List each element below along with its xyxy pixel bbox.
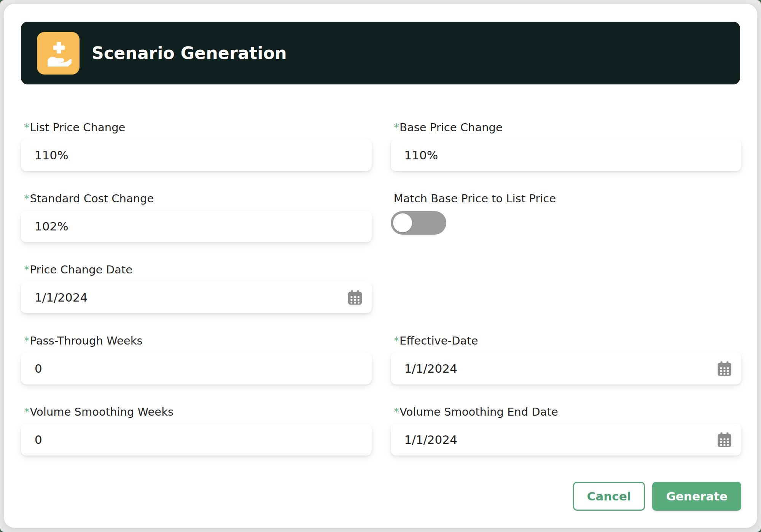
required-asterisk: * — [24, 121, 30, 134]
standard-cost-change-input-box — [21, 210, 372, 242]
field-list-price-change: *List Price Change — [21, 121, 372, 171]
volume-smoothing-end-date-input-box — [391, 424, 742, 456]
match-base-price-toggle[interactable] — [391, 211, 446, 235]
base-price-change-input-box — [391, 139, 742, 171]
dialog-header: Scenario Generation — [21, 22, 740, 84]
volume-smoothing-end-date-input[interactable] — [391, 424, 742, 456]
label-text: Standard Cost Change — [30, 192, 154, 205]
label-text: Base Price Change — [400, 121, 503, 134]
required-asterisk: * — [394, 334, 400, 347]
volume-smoothing-end-date-picker-button[interactable] — [717, 432, 732, 447]
label-text: List Price Change — [30, 121, 126, 134]
dialog-title: Scenario Generation — [92, 43, 287, 63]
price-change-date-input[interactable] — [21, 281, 372, 313]
label-text: Effective-Date — [400, 334, 478, 347]
effective-date-input[interactable] — [391, 353, 742, 384]
calendar-icon — [718, 432, 731, 447]
field-match-base-price-toggle: Match Base Price to List Price — [391, 192, 742, 242]
list-price-change-input-box — [21, 139, 372, 171]
required-asterisk: * — [394, 121, 400, 134]
match-base-price-label: Match Base Price to List Price — [394, 192, 742, 205]
scenario-form: *List Price Change *Base Price Change *S… — [21, 121, 741, 456]
effective-date-picker-button[interactable] — [717, 361, 732, 376]
generate-button[interactable]: Generate — [652, 482, 741, 511]
field-pass-through-weeks: *Pass-Through Weeks — [21, 334, 372, 384]
field-effective-date: *Effective-Date — [391, 334, 742, 384]
required-asterisk: * — [24, 334, 30, 347]
base-price-change-label: *Base Price Change — [394, 121, 742, 134]
volume-smoothing-weeks-input-box — [21, 424, 372, 456]
pass-through-weeks-label: *Pass-Through Weeks — [24, 334, 372, 347]
standard-cost-change-input[interactable] — [21, 210, 372, 242]
cancel-button[interactable]: Cancel — [573, 482, 645, 511]
required-asterisk: * — [24, 405, 30, 418]
field-volume-smoothing-weeks: *Volume Smoothing Weeks — [21, 405, 372, 456]
pass-through-weeks-input[interactable] — [21, 353, 372, 384]
label-text: Pass-Through Weeks — [30, 334, 143, 347]
price-change-date-input-box — [21, 281, 372, 313]
price-change-date-label: *Price Change Date — [24, 263, 372, 276]
label-text: Volume Smoothing Weeks — [30, 405, 174, 418]
list-price-change-label: *List Price Change — [24, 121, 372, 134]
label-text: Match Base Price to List Price — [394, 192, 556, 205]
volume-smoothing-end-date-label: *Volume Smoothing End Date — [394, 405, 742, 418]
field-base-price-change: *Base Price Change — [391, 121, 742, 171]
list-price-change-input[interactable] — [21, 139, 372, 171]
label-text: Volume Smoothing End Date — [400, 405, 558, 418]
calendar-icon — [348, 290, 362, 305]
field-price-change-date: *Price Change Date — [21, 263, 372, 313]
required-asterisk: * — [24, 192, 30, 205]
base-price-change-input[interactable] — [391, 139, 742, 171]
dialog-actions: Cancel Generate — [4, 482, 741, 511]
label-text: Price Change Date — [30, 263, 133, 276]
field-standard-cost-change: *Standard Cost Change — [21, 192, 372, 242]
effective-date-input-box — [391, 353, 742, 384]
effective-date-label: *Effective-Date — [394, 334, 742, 347]
hand-holding-medical-icon — [37, 32, 80, 75]
volume-smoothing-weeks-label: *Volume Smoothing Weeks — [24, 405, 372, 418]
field-volume-smoothing-end-date: *Volume Smoothing End Date — [391, 405, 742, 456]
required-asterisk: * — [24, 263, 30, 276]
price-change-date-picker-button[interactable] — [347, 290, 363, 305]
calendar-icon — [718, 361, 731, 376]
toggle-knob — [393, 213, 412, 232]
pass-through-weeks-input-box — [21, 353, 372, 384]
standard-cost-change-label: *Standard Cost Change — [24, 192, 372, 205]
scenario-generation-dialog: Scenario Generation *List Price Change *… — [4, 4, 757, 528]
volume-smoothing-weeks-input[interactable] — [21, 424, 372, 456]
required-asterisk: * — [394, 405, 400, 418]
